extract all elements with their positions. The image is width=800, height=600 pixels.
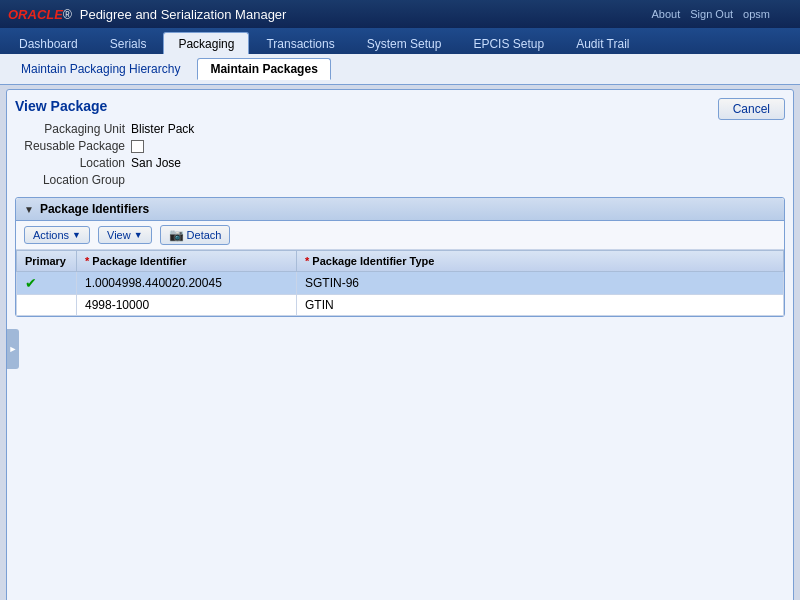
location-group-label: Location Group [15,173,125,187]
actions-button[interactable]: Actions ▼ [24,226,90,244]
app-title: ® [63,8,72,22]
table-body: ✔1.0004998.440020.20045SGTIN-964998-1000… [17,272,784,316]
th-pkg-id-label: * Package Identifier [85,255,187,267]
app-title-text: Pedigree and Serialization Manager [80,7,287,22]
pkg-id-col-label: Package Identifier [92,255,186,267]
tab-system-setup[interactable]: System Setup [352,32,457,54]
cell-pkg-id-type: SGTIN-96 [297,272,784,295]
view-label: View [107,229,131,241]
top-bar-left: ORACLE® Pedigree and Serialization Manag… [8,7,286,22]
detach-icon: 📷 [169,228,184,242]
th-pkg-id-type: * Package Identifier Type [297,251,784,272]
section-header-title: Package Identifiers [40,202,149,216]
tab-audit-trail[interactable]: Audit Trail [561,32,644,54]
pkg-id-type-col-label: Package Identifier Type [312,255,434,267]
cell-pkg-id: 4998-10000 [77,295,297,316]
cell-pkg-id-type: GTIN [297,295,784,316]
packaging-unit-row: Packaging Unit Blister Pack [15,122,785,136]
tab-epcis-setup[interactable]: EPCIS Setup [458,32,559,54]
package-identifiers-panel: ▼ Package Identifiers Actions ▼ View ▼ 📷… [15,197,785,317]
table-row[interactable]: 4998-10000GTIN [17,295,784,316]
form-section: Packaging Unit Blister Pack Reusable Pac… [15,122,785,187]
tab-dashboard[interactable]: Dashboard [4,32,93,54]
reusable-package-checkbox[interactable] [131,140,144,153]
table-toolbar: Actions ▼ View ▼ 📷 Detach [16,221,784,250]
location-row: Location San Jose [15,156,785,170]
actions-label: Actions [33,229,69,241]
section-header: ▼ Package Identifiers [16,198,784,221]
collapse-icon[interactable]: ▼ [24,204,34,215]
cell-primary: ✔ [17,272,77,295]
table-container: Primary * Package Identifier * Packag [16,250,784,316]
th-pkg-id-type-label: * Package Identifier Type [305,255,434,267]
tab-serials[interactable]: Serials [95,32,162,54]
actions-dropdown-arrow: ▼ [72,230,81,240]
sub-tab-hierarchy[interactable]: Maintain Packaging Hierarchy [8,58,193,80]
about-link[interactable]: About [652,8,681,20]
reusable-package-row: Reusable Package [15,139,785,153]
required-star-2: * [305,255,309,267]
table-row[interactable]: ✔1.0004998.440020.20045SGTIN-96 [17,272,784,295]
main-content: View Package Cancel Packaging Unit Blist… [6,89,794,600]
location-label: Location [15,156,125,170]
opsm-link[interactable]: opsm [743,8,770,20]
th-primary: Primary [17,251,77,272]
identifiers-table: Primary * Package Identifier * Packag [16,250,784,316]
reusable-package-value [131,140,144,153]
cell-primary [17,295,77,316]
oracle-logo: ORACLE® [8,7,72,22]
primary-check-icon: ✔ [25,275,37,291]
detach-label: Detach [187,229,222,241]
nav-bar: Dashboard Serials Packaging Transactions… [0,28,800,54]
packaging-unit-value: Blister Pack [131,122,194,136]
packaging-unit-label: Packaging Unit [15,122,125,136]
top-bar-right: About Sign Out opsm [652,8,792,20]
page-title: View Package [15,98,785,114]
tab-transactions[interactable]: Transactions [251,32,349,54]
cancel-button[interactable]: Cancel [718,98,785,120]
required-star-1: * [85,255,89,267]
tab-packaging[interactable]: Packaging [163,32,249,54]
scrollbar-placeholder [780,8,792,20]
sub-nav: Maintain Packaging Hierarchy Maintain Pa… [0,54,800,85]
location-value: San Jose [131,156,181,170]
detach-button[interactable]: 📷 Detach [160,225,231,245]
sub-tab-packages[interactable]: Maintain Packages [197,58,330,80]
th-pkg-id: * Package Identifier [77,251,297,272]
table-header-row: Primary * Package Identifier * Packag [17,251,784,272]
cell-pkg-id: 1.0004998.440020.20045 [77,272,297,295]
location-group-row: Location Group [15,173,785,187]
signout-link[interactable]: Sign Out [690,8,733,20]
view-button[interactable]: View ▼ [98,226,152,244]
reusable-package-label: Reusable Package [15,139,125,153]
top-bar: ORACLE® Pedigree and Serialization Manag… [0,0,800,28]
left-collapse-handle[interactable]: ► [7,329,19,369]
th-primary-label: Primary [25,255,66,267]
view-dropdown-arrow: ▼ [134,230,143,240]
